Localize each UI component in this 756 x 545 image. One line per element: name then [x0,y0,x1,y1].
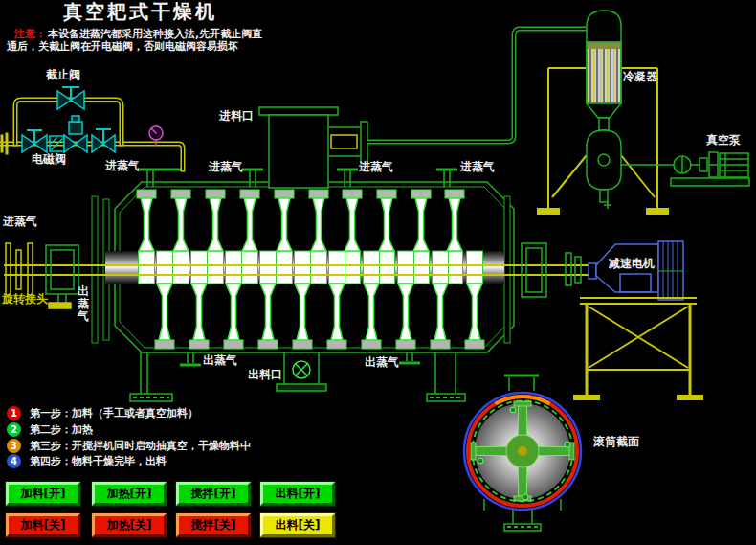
feed-inlet-label: 进料口 [219,110,254,124]
hopper-sight-glass [331,135,357,148]
inlet-angle-valve [22,130,47,152]
steam-in-label-4: 进蒸气 [460,161,495,174]
stir-on-button[interactable]: 搅拌[开] [176,482,251,506]
steam-in-label-2: 进蒸气 [209,161,243,174]
drum-end-flange [504,196,510,343]
stop-valve-label: 截止阀 [46,69,80,82]
notice-prefix: 注意： [14,29,46,41]
feed-on-button[interactable]: 加料[开] [6,482,80,506]
feed-hopper [259,107,367,188]
left-bearing-housing [46,245,78,308]
rotary-joint-label: 旋转接头 [2,293,48,307]
main-drum [4,182,591,352]
condenser [587,11,621,209]
vacuum-pump-label: 真空泵 [706,134,741,148]
page-title: 真空耙式干燥机 [63,1,217,23]
condenser-label: 冷凝器 [623,71,657,84]
discharge-off-button[interactable]: 出料[关] [260,513,335,537]
gear-motor-label: 减速电机 [609,258,655,271]
step-3-badge: 3 [7,439,21,453]
step-4-text: 第四步：物料干燥完毕，出料 [30,454,167,468]
step-4: 4 第四步：物料干燥完毕，出料 [7,454,167,468]
motor-stand [573,298,703,400]
step-2: 2 第二步：加热 [7,422,93,437]
drum-end-flange [92,196,98,343]
bypass-stop-valve [57,87,84,109]
step-3: 3 第三步：开搅拌机同时启动抽真空，干燥物料中 [7,439,251,453]
step-1-badge: 1 [7,406,21,420]
outlet-angle-valve [92,129,115,152]
steam-in-label-3: 进蒸气 [359,161,393,174]
heat-off-button[interactable]: 加热[关] [92,513,167,537]
right-bearing-housing [522,243,581,297]
vapor-pipe [367,29,587,142]
feed-off-button[interactable]: 加料[关] [6,513,80,537]
drum-supports [130,352,539,401]
stir-off-button[interactable]: 搅拌[关] [176,513,251,537]
solenoid-valve [64,116,87,152]
notice-line2: 通后，关截止阀在开电磁阀，否则电磁阀容易损坏 [7,41,238,54]
steam-in-label-left: 进蒸气 [3,216,37,229]
step-3-text: 第三步：开搅拌机同时启动抽真空，干燥物料中 [30,439,251,453]
discharge-on-button[interactable]: 出料[开] [260,482,335,506]
step-2-badge: 2 [7,422,21,437]
steam-out-label-vertical: 出蒸气 [77,285,90,323]
steam-out-label-left: 出蒸气 [203,354,237,368]
steam-valve-station [0,87,183,170]
steam-in-label-1: 进蒸气 [105,160,140,173]
step-1: 1 第一步：加料（手工或者真空加料） [7,406,198,420]
discharge-port [277,352,326,391]
steam-out-label-right: 出蒸气 [365,356,399,370]
step-4-badge: 4 [7,454,21,468]
step-2-text: 第二步：加热 [30,422,93,437]
condenser-tube-bundle [587,42,621,103]
discharge-port-label: 出料口 [248,369,282,382]
drum-cross-section [464,393,581,531]
discharge-valve-icon [296,364,307,375]
drum-section-label: 滚筒截面 [593,436,639,449]
hmi-screen: 真空耙式干燥机 注意： 本设备进蒸汽都采用这种接入法,先开截止阀直 通后，关截止… [0,0,756,545]
rotary-joint [6,243,33,295]
notice-line1: 本设备进蒸汽都采用这种接入法,先开截止阀直 [48,29,262,41]
step-1-text: 第一步：加料（手工或者真空加料） [30,406,198,420]
heat-on-button[interactable]: 加热[开] [92,482,167,506]
solenoid-valve-label: 电磁阀 [32,153,66,167]
pump-base [671,178,749,186]
